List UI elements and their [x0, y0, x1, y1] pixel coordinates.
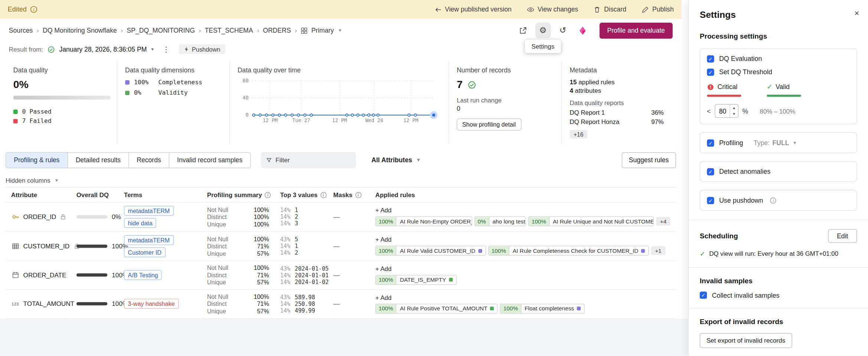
rule-pct: 0%	[475, 217, 489, 226]
rule-chip[interactable]: 100%Float completeness	[500, 304, 585, 314]
column-header-attribute[interactable]: Attribute	[6, 187, 71, 202]
chevron-down-icon[interactable]: ▾	[151, 46, 154, 52]
stepper-down-icon[interactable]: ▼	[730, 111, 738, 117]
brand-diamond-icon[interactable]	[575, 23, 591, 38]
set-export-button[interactable]: Set export of invalid records	[700, 333, 792, 348]
suggest-rules-button[interactable]: Suggest rules	[622, 152, 676, 168]
column-header-overall-dq[interactable]: Overall DQ	[71, 187, 118, 202]
dq-bar	[77, 302, 107, 306]
edit-schedule-button[interactable]: Edit	[828, 229, 857, 243]
breadcrumb-link-orders[interactable]: ORDERS	[263, 27, 291, 35]
term-chip[interactable]: Customer ID	[124, 247, 165, 257]
term-chip[interactable]: 3-way handshake	[124, 299, 179, 309]
filter-box[interactable]	[261, 152, 356, 168]
over-time-chart-slot: 8040012 PMTue 2712 PMWed 2812 PM	[237, 75, 440, 130]
share-button[interactable]	[515, 23, 531, 38]
pushdown-tag[interactable]: Pushdown	[179, 44, 225, 54]
publish-button[interactable]: Publish	[642, 6, 674, 13]
dq-report-row[interactable]: DQ Report 136%	[570, 109, 664, 116]
rule-name: aho long test	[489, 217, 526, 226]
more-rules-chip[interactable]: +1	[651, 246, 665, 255]
attribute-name[interactable]: TOTAL_AMOUNT	[23, 300, 74, 307]
term-chip[interactable]: metadataTERM	[124, 206, 174, 216]
view-published-version-button[interactable]: View published version	[434, 6, 511, 13]
collect-invalid-samples-checkbox[interactable]: ✓ Collect invalid samples	[700, 291, 857, 299]
attribute-name[interactable]: ORDER_ID	[23, 213, 56, 220]
breadcrumb-items: Sources›DQ Monitoring Snowflake›SP_DQ_MO…	[9, 27, 291, 35]
rule-chip[interactable]: 100%AI Rule Non-Empty ORDER_ID	[376, 216, 472, 226]
close-icon[interactable]: ×	[854, 9, 859, 17]
term-chip[interactable]: metadataTERM	[124, 235, 174, 245]
dimension-label: Validity	[158, 89, 188, 96]
column-header-top-3-values[interactable]: Top 3 valuesi	[274, 187, 328, 202]
data-quality-card: Data quality 0% 0 Passed7 Failed	[6, 61, 117, 144]
profile-and-evaluate-button[interactable]: Profile and evaluate	[599, 22, 673, 38]
more-rules-chip[interactable]: +4	[656, 217, 670, 226]
breadcrumb-link-sp-dq-monitoring[interactable]: SP_DQ_MONITORING	[127, 27, 195, 35]
profiling-metric-label: Not Null	[207, 206, 228, 213]
more-reports-chip[interactable]: +16	[570, 130, 587, 138]
use-pushdown-checkbox[interactable]: ✓ Use pushdown i	[707, 197, 850, 205]
add-rule-button[interactable]: + Add	[376, 236, 392, 243]
add-rule-button[interactable]: + Add	[376, 207, 392, 213]
checkbox-checked-icon: ✓	[707, 139, 714, 146]
dimensions-list: 100%Completeness0%Validity	[125, 79, 221, 97]
column-header-terms[interactable]: Terms	[118, 187, 202, 202]
attributes-dropdown[interactable]: All Attributes ▾	[371, 156, 420, 164]
stepper-up-icon[interactable]: ▲	[730, 105, 738, 111]
tab-profiling-rules[interactable]: Profiling & rules	[6, 153, 68, 167]
profiling-checkbox[interactable]: ✓ Profiling Type: FULL ▾	[707, 139, 850, 147]
top-value-pct: 14%	[280, 243, 290, 249]
term-chip[interactable]: A/B Testing	[124, 270, 162, 280]
legend-label: 7 Failed	[22, 117, 52, 124]
tab-records[interactable]: Records	[129, 153, 169, 167]
top-value: 2024-01-05	[295, 265, 329, 271]
filter-input[interactable]	[276, 157, 351, 163]
hidden-columns-dropdown[interactable]: Hidden columns ▾	[6, 177, 683, 183]
discard-button[interactable]: Discard	[594, 6, 626, 13]
funnel-icon	[266, 157, 272, 163]
top-value: 589.98	[295, 294, 315, 300]
rule-chip[interactable]: 100%DATE_IS_EMPTY	[376, 275, 457, 285]
view-changes-button[interactable]: View changes	[527, 6, 578, 13]
dq-evaluation-checkbox[interactable]: ✓ DQ Evaluation	[707, 55, 850, 63]
add-rule-button[interactable]: + Add	[376, 294, 392, 301]
attribute-name[interactable]: CUSTOMER_ID	[23, 243, 69, 249]
column-header-applied-rules[interactable]: Applied rules	[370, 187, 676, 202]
info-icon[interactable]: i	[770, 197, 776, 203]
kebab-menu-icon[interactable]: ⋮	[163, 45, 170, 53]
result-timestamp[interactable]: January 28, 2026, 8:36:05 PM	[59, 45, 147, 53]
threshold-input[interactable]	[715, 105, 730, 117]
discard-label: Discard	[604, 6, 627, 13]
metadata-count: 4 attributes	[570, 87, 659, 94]
rule-chip[interactable]: 100%AI Rule Completeness Check for CUSTO…	[488, 246, 649, 256]
add-rule-button[interactable]: + Add	[376, 265, 392, 272]
rule-chip[interactable]: 100%AI Rule Unique and Not Null CUSTOMER…	[528, 216, 654, 226]
detect-anomalies-checkbox[interactable]: ✓ Detect anomalies	[707, 168, 850, 176]
dq-evaluation-card: ✓ DQ Evaluation ✓ Set DQ Threshold Criti…	[700, 48, 857, 125]
pushdown-label: Pushdown	[192, 46, 221, 53]
breadcrumb-link-dq-monitoring-snowflake[interactable]: DQ Monitoring Snowflake	[43, 27, 117, 35]
column-header-profiling-summary[interactable]: Profiling summaryi	[202, 187, 275, 202]
history-button[interactable]: ↺	[555, 23, 571, 38]
breadcrumb-link-sources[interactable]: Sources	[9, 27, 33, 35]
term-chip[interactable]: hide data	[124, 218, 156, 228]
dq-dimensions-card: Data quality dimensions 100%Completeness…	[117, 61, 229, 144]
dq-reports-label: Data quality reports	[570, 99, 659, 106]
breadcrumb-link-test-schema[interactable]: TEST_SCHEMA	[205, 27, 253, 35]
profiling-type-dropdown[interactable]: Type: FULL ▾	[754, 139, 796, 147]
info-icon[interactable]: i	[30, 6, 37, 13]
divider	[689, 267, 868, 268]
view-selector[interactable]: Primary ▾	[301, 27, 341, 35]
rule-chip[interactable]: 100%AI Rule Valid CUSTOMER_ID	[376, 246, 486, 256]
rule-chip[interactable]: 100%AI Rule Positive TOTAL_AMOUNT	[376, 304, 498, 314]
attribute-name[interactable]: ORDER_DATE	[23, 272, 66, 278]
rule-chip[interactable]: 0%aho long test	[474, 216, 526, 226]
set-dq-threshold-checkbox[interactable]: ✓ Set DQ Threshold	[707, 68, 850, 76]
settings-button[interactable]: ⚙ Settings	[535, 23, 551, 38]
column-header-masks[interactable]: Masksi	[328, 187, 370, 202]
tab-detailed-results[interactable]: Detailed results	[68, 153, 129, 167]
show-profiling-detail-button[interactable]: Show profiling detail	[457, 118, 521, 131]
tab-invalid-record-samples[interactable]: Invalid record samples	[169, 153, 250, 167]
dq-report-row[interactable]: DQ Report Honza97%	[570, 118, 664, 125]
